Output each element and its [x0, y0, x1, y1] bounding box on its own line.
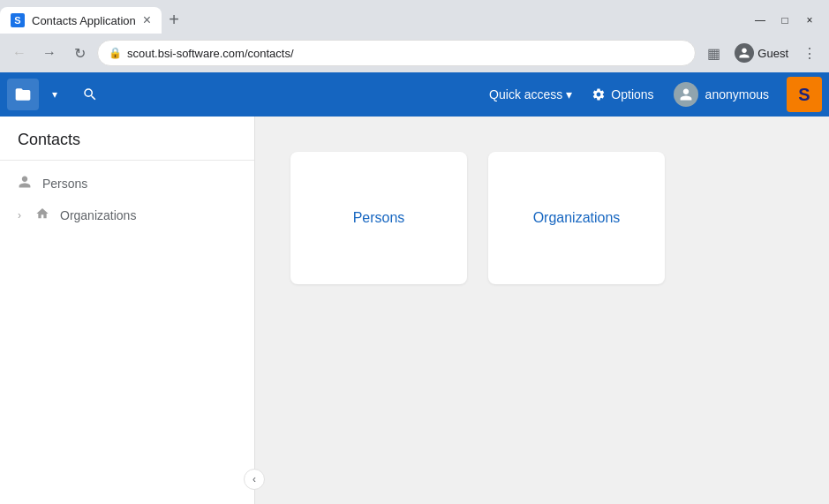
user-menu[interactable]: anonymous [667, 79, 776, 110]
app-header: ▾ Quick access ▾ Options anonymous S [0, 72, 829, 117]
sidebar: Contacts Persons › Organizations ‹ [0, 117, 255, 504]
quick-access-label: Quick access [489, 87, 562, 102]
collapse-sidebar-button[interactable]: ‹ [244, 469, 265, 490]
profile-button[interactable]: Guest [729, 41, 794, 64]
forward-button[interactable]: → [37, 41, 62, 65]
close-window-button[interactable]: × [797, 11, 822, 30]
persons-tile[interactable]: Persons [290, 152, 467, 284]
tab-favicon-letter: S [14, 15, 20, 26]
logo-letter: S [798, 85, 810, 105]
new-tab-button[interactable]: + [162, 6, 186, 34]
app-body: Contacts Persons › Organizations ‹ [0, 117, 829, 504]
sidebar-items: Persons › Organizations [0, 161, 254, 504]
address-bar-row: ← → ↻ 🔒 scout.bsi-software.com/contacts/… [0, 34, 829, 72]
header-dropdown-button[interactable]: ▾ [42, 79, 67, 110]
tab-bar: S Contacts Application × + — □ × [0, 0, 829, 34]
address-bar[interactable]: 🔒 scout.bsi-software.com/contacts/ [97, 40, 696, 66]
tab-favicon: S [11, 13, 25, 27]
minimize-button[interactable]: — [748, 11, 772, 30]
sidebar-title: Contacts [0, 117, 254, 161]
chevron-down-icon: ▾ [52, 88, 57, 101]
window-controls: — □ × [748, 11, 829, 34]
main-content: Persons Organizations [255, 117, 829, 504]
user-name: anonymous [705, 87, 769, 102]
refresh-button[interactable]: ↻ [67, 41, 92, 65]
browser-chrome: S Contacts Application × + — □ × ← → ↻ 🔒… [0, 0, 829, 72]
organizations-tile-label: Organizations [533, 210, 621, 226]
maximize-button[interactable]: □ [772, 11, 797, 30]
app-logo: S [787, 77, 822, 112]
extensions-button[interactable]: ▦ [701, 41, 726, 65]
quick-access-chevron-icon: ▾ [566, 87, 572, 102]
gear-icon [592, 87, 606, 102]
active-tab[interactable]: S Contacts Application × [0, 7, 162, 34]
user-avatar [674, 82, 698, 107]
sidebar-item-persons-label: Persons [42, 177, 87, 191]
search-button[interactable] [74, 79, 106, 110]
chevron-left-icon: ‹ [252, 473, 256, 485]
sidebar-item-organizations[interactable]: › Organizations [0, 199, 254, 231]
options-menu[interactable]: Options [583, 84, 662, 105]
back-button[interactable]: ← [7, 41, 32, 65]
profile-label: Guest [757, 47, 788, 60]
sidebar-item-organizations-label: Organizations [60, 208, 136, 222]
quick-access-menu[interactable]: Quick access ▾ [482, 84, 579, 105]
persons-tile-label: Persons [353, 210, 405, 226]
person-icon [18, 175, 32, 192]
lock-icon: 🔒 [109, 47, 122, 59]
toolbar-right: ▦ Guest ⋮ [701, 41, 822, 65]
expand-icon[interactable]: › [18, 209, 21, 222]
profile-icon [735, 43, 754, 63]
url-text: scout.bsi-software.com/contacts/ [127, 47, 294, 60]
folder-button[interactable] [7, 79, 39, 110]
tab-title: Contacts Application [32, 14, 136, 27]
organizations-tile[interactable]: Organizations [488, 152, 665, 284]
sidebar-item-persons[interactable]: Persons [0, 168, 254, 199]
options-label: Options [611, 87, 653, 102]
organization-icon [35, 207, 49, 224]
browser-menu-button[interactable]: ⋮ [797, 41, 822, 65]
tab-close-button[interactable]: × [143, 13, 151, 27]
